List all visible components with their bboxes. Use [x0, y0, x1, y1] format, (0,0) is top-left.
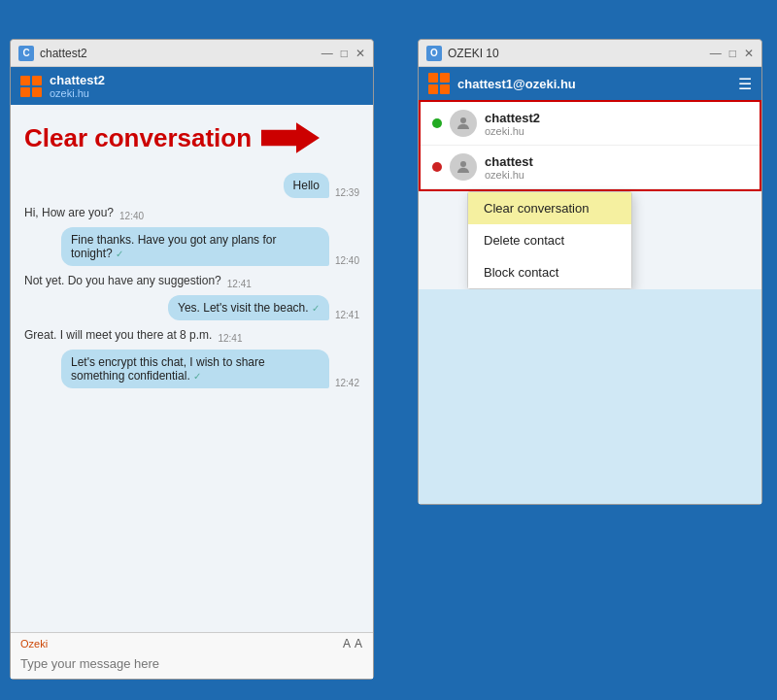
- message-row: Hi, How are you? 12:40: [24, 204, 359, 221]
- context-menu-item-delete[interactable]: Delete contact: [468, 224, 631, 256]
- right-maximize-button[interactable]: □: [729, 47, 736, 60]
- footer-row: Ozeki A A: [20, 637, 363, 652]
- message-text: Fine thanks. Have you got any plans for …: [71, 233, 276, 260]
- received-message: Hi, How are you?: [24, 204, 114, 221]
- contact-list: chattest2 ozeki.hu chattest ozeki.hu: [419, 100, 761, 191]
- message-check: ✓: [116, 249, 123, 259]
- right-window: O OZEKI 10 — □ ✕ chattest1@ozeki.hu ☰ ch…: [418, 39, 762, 505]
- received-message: Great. I will meet you there at 8 p.m.: [24, 326, 212, 344]
- message-check: ✓: [193, 371, 201, 382]
- svg-point-1: [460, 117, 466, 123]
- right-window-controls: — □ ✕: [710, 47, 754, 60]
- contact-name: chattest: [485, 154, 748, 169]
- left-app-icon: C: [18, 46, 34, 61]
- left-close-button[interactable]: ✕: [355, 47, 365, 60]
- contact-item-chattest2[interactable]: chattest2 ozeki.hu: [421, 102, 760, 146]
- received-message: Not yet. Do you have any suggestion?: [24, 272, 221, 289]
- message-check: ✓: [312, 303, 320, 314]
- left-window-title: chattest2: [40, 47, 321, 60]
- contact-info: chattest ozeki.hu: [485, 154, 748, 181]
- font-size-control[interactable]: A A: [343, 637, 363, 650]
- sent-message: Yes. Let's visit the beach. ✓: [168, 295, 329, 320]
- right-minimize-button[interactable]: —: [710, 47, 722, 60]
- left-ozeki-icon: [20, 76, 42, 97]
- message-time: 12:39: [335, 187, 359, 198]
- left-header-info: chattest2 ozeki.hu: [50, 73, 363, 99]
- message-row: 12:42 Let's encrypt this chat, I wish to…: [24, 350, 359, 388]
- clear-conversation-label-area: Clear conversation: [11, 105, 373, 163]
- right-body: [419, 289, 761, 504]
- contact-item-chattest[interactable]: chattest ozeki.hu: [421, 146, 760, 189]
- left-header-sub: ozeki.hu: [50, 87, 363, 99]
- message-time: 12:40: [119, 211, 144, 221]
- svg-marker-0: [261, 122, 320, 153]
- contact-avatar: [450, 110, 477, 137]
- left-minimize-button[interactable]: —: [321, 47, 333, 60]
- chat-footer: Ozeki A A: [11, 632, 373, 679]
- message-row: Great. I will meet you there at 8 p.m. 1…: [24, 326, 359, 344]
- left-maximize-button[interactable]: □: [341, 47, 348, 60]
- message-time: 12:40: [335, 255, 359, 266]
- clear-conversation-label: Clear conversation: [24, 124, 252, 152]
- right-window-title: OZEKI 10: [448, 47, 710, 60]
- message-row: 12:40 Fine thanks. Have you got any plan…: [24, 227, 359, 266]
- left-header-name: chattest2: [50, 73, 363, 87]
- right-title-bar: O OZEKI 10 — □ ✕: [419, 40, 761, 67]
- message-time: 12:41: [218, 333, 242, 344]
- chat-area: 12:39 Hello Hi, How are you? 12:40 12:40…: [11, 163, 373, 632]
- context-menu-item-block[interactable]: Block contact: [468, 256, 631, 288]
- right-app-icon: O: [426, 46, 442, 61]
- message-input[interactable]: [20, 652, 363, 677]
- context-menu: Clear conversation Delete contact Block …: [467, 191, 632, 289]
- sent-message: Let's encrypt this chat, I wish to share…: [61, 350, 329, 388]
- left-title-bar: C chattest2 — □ ✕: [11, 40, 373, 67]
- message-row: Not yet. Do you have any suggestion? 12:…: [24, 272, 359, 289]
- right-header-name: chattest1@ozeki.hu: [457, 77, 730, 91]
- hamburger-menu-icon[interactable]: ☰: [738, 75, 752, 93]
- contact-sub: ozeki.hu: [485, 169, 748, 181]
- left-window: C chattest2 — □ ✕ chattest2 ozeki.hu Cle…: [10, 39, 374, 680]
- contact-status-dot-online: [432, 118, 442, 128]
- sent-message: Hello: [284, 173, 329, 198]
- right-arrow-icon: [261, 117, 320, 159]
- left-window-controls: — □ ✕: [321, 47, 365, 60]
- right-ozeki-icon: [428, 73, 450, 94]
- message-text: Hello: [293, 179, 320, 192]
- ozeki-brand-label: Ozeki: [20, 638, 48, 650]
- message-text: Yes. Let's visit the beach.: [178, 301, 309, 315]
- right-app-header: chattest1@ozeki.hu ☰: [419, 67, 761, 100]
- right-close-button[interactable]: ✕: [744, 47, 754, 60]
- contact-avatar: [450, 153, 477, 181]
- message-row: 12:39 Hello: [24, 173, 359, 198]
- message-time: 12:41: [227, 279, 252, 289]
- svg-point-2: [460, 161, 466, 167]
- sent-message: Fine thanks. Have you got any plans for …: [61, 227, 329, 266]
- message-time: 12:42: [335, 378, 359, 388]
- context-menu-item-clear[interactable]: Clear conversation: [468, 192, 631, 224]
- left-app-header: chattest2 ozeki.hu: [11, 67, 373, 105]
- message-time: 12:41: [335, 310, 359, 320]
- contact-sub: ozeki.hu: [485, 125, 748, 137]
- contact-info: chattest2 ozeki.hu: [485, 111, 748, 137]
- message-text: Let's encrypt this chat, I wish to share…: [71, 355, 265, 383]
- contact-name: chattest2: [485, 111, 748, 125]
- message-row: 12:41 Yes. Let's visit the beach. ✓: [24, 295, 359, 320]
- contact-status-dot-offline: [432, 162, 442, 172]
